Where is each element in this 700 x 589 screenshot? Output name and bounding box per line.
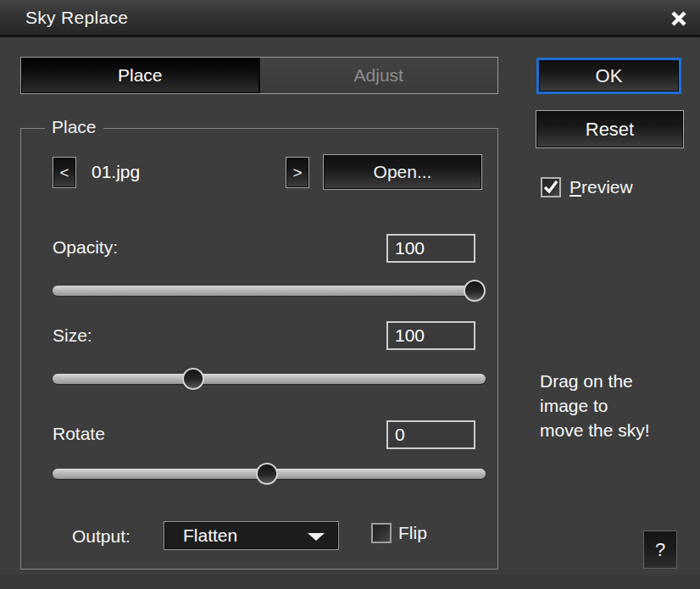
tab-adjust[interactable]: Adjust bbox=[260, 58, 498, 93]
flip-label: Flip bbox=[398, 523, 427, 543]
ok-button[interactable]: OK bbox=[536, 58, 681, 94]
window-title: Sky Replace bbox=[25, 0, 128, 35]
opacity-label: Opacity: bbox=[53, 237, 118, 258]
hint-text: Drag on the image to move the sky! bbox=[540, 369, 692, 442]
rotate-input[interactable] bbox=[386, 420, 475, 449]
rotate-slider-thumb[interactable] bbox=[256, 463, 278, 485]
output-dropdown[interactable]: Flatten bbox=[164, 521, 339, 550]
preview-label: Preview bbox=[569, 177, 633, 197]
open-button[interactable]: Open... bbox=[323, 154, 482, 190]
chevron-down-icon bbox=[308, 533, 325, 541]
output-selected-value: Flatten bbox=[164, 525, 237, 546]
output-label: Output: bbox=[72, 526, 131, 547]
dialog-bottom-edge bbox=[0, 575, 700, 589]
previous-image-button[interactable]: < bbox=[53, 157, 76, 188]
tab-strip: Place Adjust bbox=[20, 57, 498, 94]
reset-button[interactable]: Reset bbox=[536, 110, 684, 148]
close-icon[interactable] bbox=[668, 8, 690, 30]
sky-replace-dialog: Sky Replace Place Adjust OK Reset Previe… bbox=[0, 0, 700, 589]
help-button[interactable]: ? bbox=[643, 531, 677, 569]
hint-line: image to bbox=[540, 393, 692, 418]
checkmark-icon bbox=[542, 178, 560, 197]
place-group-title: Place bbox=[45, 117, 103, 137]
hint-line: move the sky! bbox=[540, 418, 692, 442]
flip-checkbox[interactable] bbox=[371, 523, 392, 543]
opacity-slider[interactable] bbox=[53, 286, 486, 296]
hint-line: Drag on the bbox=[540, 369, 692, 393]
size-slider-thumb[interactable] bbox=[182, 368, 204, 390]
rotate-label: Rotate bbox=[53, 424, 105, 444]
opacity-slider-thumb[interactable] bbox=[464, 280, 486, 302]
opacity-input[interactable] bbox=[386, 234, 475, 263]
next-image-button[interactable]: > bbox=[286, 157, 309, 188]
size-label: Size: bbox=[53, 325, 92, 346]
title-bar: Sky Replace bbox=[0, 0, 700, 37]
preview-checkbox[interactable] bbox=[541, 177, 561, 197]
rotate-slider[interactable] bbox=[53, 469, 486, 479]
size-slider[interactable] bbox=[53, 374, 486, 384]
tab-place[interactable]: Place bbox=[21, 58, 260, 93]
filename-label: 01.jpg bbox=[92, 162, 140, 182]
size-input[interactable] bbox=[386, 321, 475, 350]
